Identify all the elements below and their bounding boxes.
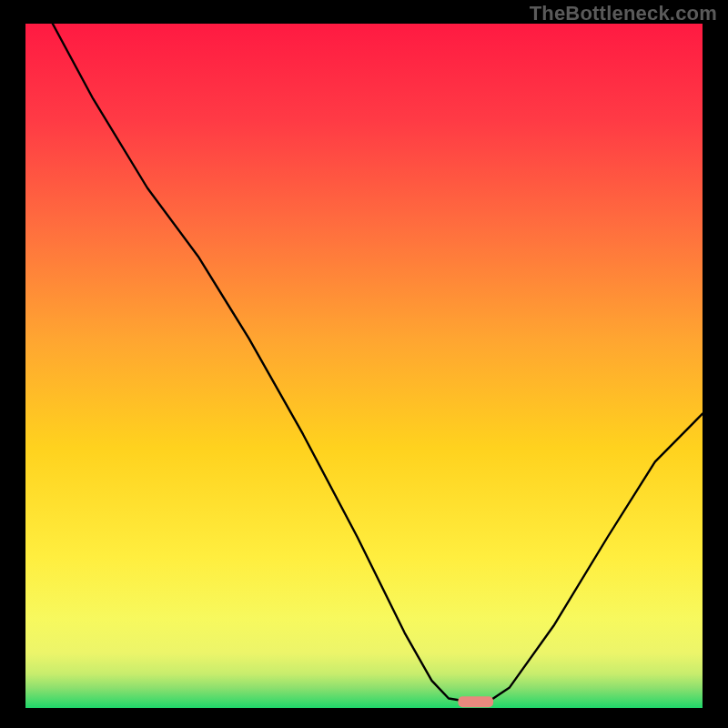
watermark-text: TheBottleneck.com [530,2,717,25]
chart-frame: TheBottleneck.com [0,0,728,728]
plot-area [25,24,703,708]
chart-svg [25,24,703,708]
gradient-background [25,24,703,708]
trough-marker [458,696,493,707]
